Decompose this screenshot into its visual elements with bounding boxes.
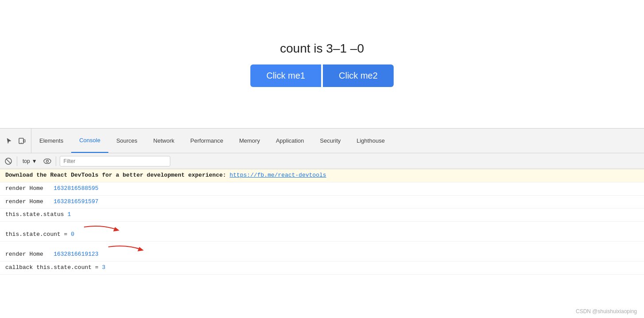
click-me2-button[interactable]: Click me2 [323, 64, 394, 87]
devtools-tab-bar: Elements Console Sources Network Perform… [0, 129, 644, 153]
tab-memory[interactable]: Memory [231, 129, 268, 153]
console-line-react-devtools: Download the React DevTools for a better… [0, 169, 644, 182]
context-selector[interactable]: top ▼ [21, 157, 39, 165]
click-me1-button[interactable]: Click me1 [250, 64, 321, 87]
tab-elements[interactable]: Elements [31, 129, 71, 153]
count-display: count is 3–1 –0 [280, 42, 364, 56]
console-line-render2: render Home 1632816591597 [0, 196, 644, 209]
tab-sources[interactable]: Sources [108, 129, 146, 153]
react-devtools-text: Download the React DevTools for a better… [5, 171, 230, 180]
svg-point-6 [46, 160, 48, 162]
dropdown-arrow-icon: ▼ [32, 158, 37, 164]
arrow-annotation-1 [80, 223, 124, 239]
toolbar-divider [17, 156, 17, 166]
clear-console-icon[interactable] [4, 156, 13, 166]
svg-line-4 [6, 159, 11, 163]
console-value-count: 0 [71, 230, 74, 239]
console-value-render1: 1632816588595 [54, 184, 98, 193]
browser-viewport: count is 3–1 –0 Click me1 Click me2 [0, 0, 644, 128]
console-value-render2: 1632816591597 [54, 197, 98, 207]
svg-marker-7 [113, 227, 119, 231]
console-line-count: this.state.count = 0 [0, 222, 644, 242]
context-label: top [23, 158, 30, 164]
button-group: Click me1 Click me2 [250, 64, 394, 87]
toolbar-divider-2 [56, 156, 56, 166]
console-line-status: this.state.status 1 [0, 208, 644, 222]
svg-rect-1 [24, 140, 25, 142]
device-toggle-icon[interactable] [17, 136, 27, 146]
cursor-icon[interactable] [4, 136, 14, 146]
console-output: Download the React DevTools for a better… [0, 169, 644, 318]
devtools-icon-area [0, 129, 31, 153]
console-line-callback: callback this.state.count = 3 [0, 261, 644, 275]
tab-security[interactable]: Security [312, 129, 349, 153]
tab-performance[interactable]: Performance [182, 129, 231, 153]
console-line-render3: render Home 1632816619123 [0, 242, 644, 261]
console-value-status: 1 [67, 210, 71, 220]
svg-marker-8 [138, 247, 144, 251]
eye-icon[interactable] [42, 156, 52, 166]
tab-application[interactable]: Application [268, 129, 312, 153]
tab-lighthouse[interactable]: Lighthouse [349, 129, 393, 153]
csdn-watermark: CSDN @shuishuixiaoping [576, 308, 637, 314]
tab-network[interactable]: Network [146, 129, 183, 153]
svg-point-5 [44, 159, 51, 163]
react-devtools-link[interactable]: https://fb.me/react-devtools [230, 171, 326, 180]
console-value-render3: 1632816619123 [54, 250, 98, 259]
filter-input[interactable] [60, 156, 170, 167]
console-toolbar: top ▼ [0, 153, 644, 169]
devtools-panel: Elements Console Sources Network Perform… [0, 128, 644, 318]
console-line-render1: render Home 1632816588595 [0, 182, 644, 196]
console-value-callback: 3 [102, 263, 105, 273]
svg-point-2 [21, 142, 22, 143]
tab-console[interactable]: Console [71, 129, 108, 153]
arrow-annotation-2 [104, 243, 148, 259]
